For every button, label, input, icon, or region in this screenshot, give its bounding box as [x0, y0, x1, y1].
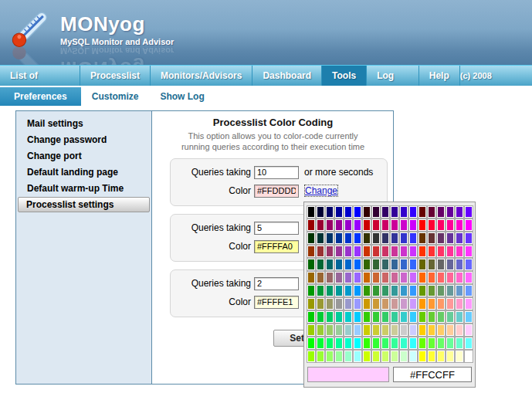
- palette-swatch-ff9999[interactable]: [446, 298, 454, 310]
- sidebar-item-processlist-settings[interactable]: Processlist settings: [18, 197, 150, 212]
- palette-swatch-3366ff[interactable]: [409, 259, 417, 270]
- palette-swatch-ccff00[interactable]: [363, 351, 371, 362]
- palette-swatch-cc99ff[interactable]: [409, 298, 417, 310]
- palette-swatch-cccccc[interactable]: [400, 324, 408, 336]
- palette-swatch-ff6699[interactable]: [446, 272, 454, 283]
- color-hex-input[interactable]: [254, 185, 299, 198]
- palette-swatch-cc9933[interactable]: [372, 298, 380, 310]
- palette-swatch-993366[interactable]: [326, 246, 334, 257]
- tab-processlist[interactable]: Processlist: [80, 66, 151, 86]
- palette-swatch-006666[interactable]: [326, 259, 334, 270]
- palette-swatch-ffcc66[interactable]: [437, 324, 445, 336]
- sidebar-item-mail-settings[interactable]: Mail settings: [18, 116, 150, 131]
- palette-swatch-666666[interactable]: [437, 259, 445, 270]
- palette-swatch-000033[interactable]: [317, 206, 324, 218]
- palette-swatch-99ffcc[interactable]: [344, 351, 352, 362]
- palette-swatch-cc6666[interactable]: [381, 272, 389, 283]
- palette-swatch-cc6699[interactable]: [391, 272, 398, 283]
- selected-color-hex[interactable]: #FFCCFF: [393, 367, 472, 382]
- palette-swatch-996633[interactable]: [317, 272, 324, 283]
- palette-swatch-cc9900[interactable]: [363, 298, 371, 310]
- palette-swatch-666633[interactable]: [428, 259, 435, 270]
- palette-swatch-999966[interactable]: [326, 298, 334, 310]
- palette-swatch-996666[interactable]: [326, 272, 334, 283]
- palette-swatch-990066[interactable]: [326, 219, 334, 231]
- palette-swatch-6666cc[interactable]: [456, 259, 463, 270]
- palette-swatch-9933ff[interactable]: [354, 246, 361, 257]
- palette-swatch-00ff00[interactable]: [307, 337, 315, 349]
- palette-swatch-cc99cc[interactable]: [400, 298, 408, 310]
- palette-swatch-990000[interactable]: [307, 219, 315, 231]
- palette-swatch-cccc00[interactable]: [363, 324, 371, 336]
- palette-swatch-cc0066[interactable]: [381, 219, 389, 231]
- palette-swatch-009900[interactable]: [307, 285, 315, 296]
- palette-swatch-3399cc[interactable]: [400, 285, 408, 296]
- palette-swatch-ffff99[interactable]: [446, 351, 454, 362]
- subtab-customize[interactable]: Customize: [81, 87, 150, 106]
- palette-swatch-3333ff[interactable]: [409, 232, 417, 244]
- palette-swatch-993333[interactable]: [317, 246, 324, 257]
- palette-swatch-33ff00[interactable]: [363, 337, 371, 349]
- palette-swatch-ffcccc[interactable]: [456, 324, 463, 336]
- palette-swatch-cc3333[interactable]: [372, 246, 380, 257]
- palette-swatch-9999cc[interactable]: [344, 298, 352, 310]
- palette-swatch-00ffcc[interactable]: [344, 337, 352, 349]
- palette-swatch-00ff33[interactable]: [317, 337, 324, 349]
- palette-swatch-ff3333[interactable]: [428, 246, 435, 257]
- palette-swatch-cc3399[interactable]: [391, 246, 398, 257]
- palette-swatch-99ccff[interactable]: [354, 324, 361, 336]
- palette-swatch-33ccff[interactable]: [409, 311, 417, 323]
- palette-swatch-33cc33[interactable]: [372, 311, 380, 323]
- palette-swatch-ffcc99[interactable]: [446, 324, 454, 336]
- palette-swatch-999999[interactable]: [335, 298, 343, 310]
- palette-swatch-003300[interactable]: [307, 232, 315, 244]
- palette-swatch-003333[interactable]: [317, 232, 324, 244]
- palette-swatch-663399[interactable]: [446, 232, 454, 244]
- palette-swatch-0033ff[interactable]: [354, 232, 361, 244]
- palette-swatch-ff66cc[interactable]: [456, 272, 463, 283]
- palette-swatch-cc9966[interactable]: [381, 298, 389, 310]
- palette-swatch-cc3366[interactable]: [381, 246, 389, 257]
- queries-seconds-input[interactable]: [254, 166, 299, 179]
- color-hex-input[interactable]: [254, 240, 299, 253]
- palette-swatch-660066[interactable]: [437, 206, 445, 218]
- palette-swatch-663366[interactable]: [437, 232, 445, 244]
- palette-swatch-ff0000[interactable]: [418, 219, 426, 231]
- palette-swatch-66ff33[interactable]: [428, 337, 435, 349]
- palette-swatch-ff00cc[interactable]: [456, 219, 463, 231]
- palette-swatch-0000cc[interactable]: [344, 206, 352, 218]
- palette-swatch-cc00ff[interactable]: [409, 219, 417, 231]
- palette-swatch-99ff33[interactable]: [317, 351, 324, 362]
- palette-swatch-33cc66[interactable]: [381, 311, 389, 323]
- palette-swatch-000000[interactable]: [307, 206, 315, 218]
- tab-help[interactable]: Help: [419, 66, 460, 86]
- palette-swatch-00ff66[interactable]: [326, 337, 334, 349]
- palette-swatch-ff33cc[interactable]: [456, 246, 463, 257]
- palette-swatch-339933[interactable]: [372, 285, 380, 296]
- palette-swatch-cccc66[interactable]: [381, 324, 389, 336]
- palette-swatch-333300[interactable]: [363, 232, 371, 244]
- palette-swatch-99cc33[interactable]: [317, 324, 324, 336]
- palette-swatch-3300ff[interactable]: [409, 206, 417, 218]
- palette-swatch-333366[interactable]: [381, 232, 389, 244]
- palette-swatch-ff99cc[interactable]: [456, 298, 463, 310]
- tab-log-out[interactable]: Log out: [367, 66, 419, 86]
- palette-swatch-cc6633[interactable]: [372, 272, 380, 283]
- palette-swatch-003399[interactable]: [335, 232, 343, 244]
- palette-swatch-009966[interactable]: [326, 285, 334, 296]
- tab-monitors-advisors[interactable]: Monitors/Advisors: [151, 66, 252, 86]
- tab-dashboard[interactable]: Dashboard: [252, 66, 322, 86]
- palette-swatch-9966cc[interactable]: [344, 272, 352, 283]
- sidebar-item-default-warm-up-time[interactable]: Default warm-up Time: [18, 181, 150, 196]
- palette-swatch-00cc66[interactable]: [326, 311, 334, 323]
- palette-swatch-cc33cc[interactable]: [400, 246, 408, 257]
- palette-swatch-ff6600[interactable]: [418, 272, 426, 283]
- palette-swatch-33ff33[interactable]: [372, 337, 380, 349]
- palette-swatch-66ccff[interactable]: [465, 311, 473, 323]
- palette-swatch-009933[interactable]: [317, 285, 324, 296]
- palette-swatch-33cc99[interactable]: [391, 311, 398, 323]
- palette-swatch-666600[interactable]: [418, 259, 426, 270]
- palette-swatch-ff6633[interactable]: [428, 272, 435, 283]
- palette-swatch-333333[interactable]: [372, 232, 380, 244]
- palette-swatch-0066ff[interactable]: [354, 259, 361, 270]
